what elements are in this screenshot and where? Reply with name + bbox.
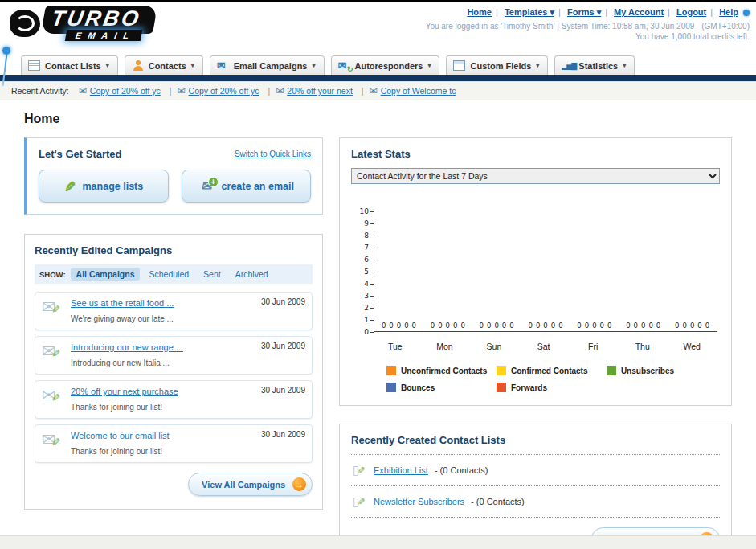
campaign-filter-tab[interactable]: All Campaigns <box>71 268 141 281</box>
recent-activity-item: Copy of 20% off yc <box>79 85 178 96</box>
contact-list: Exhibition List - (0 Contacts) Newslette… <box>351 454 720 518</box>
top-nav-link[interactable]: Help <box>719 7 738 17</box>
main-nav-tab-statistics[interactable]: Statistics <box>554 55 635 75</box>
legend-item: Forwards <box>497 383 607 392</box>
campaign-row: See us at the retail food ... We're givi… <box>35 292 313 330</box>
contact-list-link[interactable]: Exhibition List <box>374 465 428 475</box>
get-started-panel: Let's Get Started Switch to Quick Links … <box>24 137 323 215</box>
legend-swatch-icon <box>497 383 506 392</box>
chart-plot-area: 00000000000000000000000000000000000 <box>374 211 717 332</box>
campaign-filter-tab[interactable]: Sent <box>198 268 227 281</box>
recent-activity-item: Copy of Welcome tc <box>370 85 460 96</box>
create-email-button[interactable]: create an email <box>182 170 312 203</box>
chart-x-labels: TueMonSunSatFriThuWed <box>370 336 720 351</box>
campaign-subtitle: Thanks for joining our list! <box>71 447 162 456</box>
credits-info: You have 1,000 total credits left. <box>635 32 750 41</box>
campaign-title-link[interactable]: Welcome to our email list <box>71 431 255 440</box>
legend-item: Confirmed Contacts <box>497 366 607 375</box>
create-email-label: create an email <box>222 181 294 192</box>
campaign-date: 30 Jun 2009 <box>261 430 305 457</box>
contacts-icon <box>132 60 144 71</box>
nav-divider-bar <box>0 75 756 81</box>
envelope-plus-icon <box>198 180 215 192</box>
campaign-subtitle: We're giving away our late ... <box>71 314 174 323</box>
stats-panel: Latest Stats Contact Activity for the La… <box>339 137 732 406</box>
top-nav-link[interactable]: Logout <box>676 7 706 17</box>
stats-filter-select[interactable]: Contact Activity for the Last 7 Days <box>351 168 720 184</box>
view-all-campaigns-label: View All Campaigns <box>202 480 285 490</box>
campaign-list: See us at the retail food ... We're givi… <box>35 292 313 463</box>
tab-label: Email Campaigns <box>234 61 308 71</box>
campaign-filter-tab[interactable]: Scheduled <box>143 268 194 281</box>
campaign-row: Welcome to our email list Thanks for joi… <box>35 424 313 463</box>
legend-item: Unsubscribes <box>607 366 717 375</box>
top-nav: Home Templates ▾ Forms ▾ My Account Logo… <box>467 7 742 18</box>
page-title: Home <box>24 112 732 126</box>
chart-y-axis: 109876543210 <box>354 207 374 336</box>
get-started-title: Let's Get Started <box>39 148 122 160</box>
campaign-title-link[interactable]: See us at the retail food ... <box>71 298 255 308</box>
recent-activity-item: 20% off your next <box>276 85 369 96</box>
campaign-title-link[interactable]: Introducing our new range ... <box>71 342 255 352</box>
main-nav-tab-contact-lists[interactable]: Contact Lists <box>21 55 118 75</box>
autoresponders-icon <box>338 60 350 71</box>
recent-activity-label: Recent Activity: <box>11 86 69 96</box>
turbo-logo: TURBO EMAIL <box>10 6 155 51</box>
legend-label: Unsubscribes <box>621 367 674 375</box>
contact-list-item: Newsletter Subscribers - (0 Contacts) <box>351 486 720 518</box>
recent-activity-link[interactable]: Copy of 20% off yc <box>90 86 161 96</box>
header-edge-dot <box>743 10 750 16</box>
manage-lists-button[interactable]: manage lists <box>39 170 169 203</box>
list-pencil-icon <box>353 494 367 509</box>
chevron-down-icon <box>106 62 109 69</box>
email-icon <box>370 85 378 96</box>
legend-swatch-icon <box>386 383 396 392</box>
switch-quick-links-link[interactable]: Switch to Quick Links <box>235 150 311 158</box>
top-nav-link[interactable]: Templates ▾ <box>505 7 554 17</box>
campaign-envelope-pencil-icon <box>42 386 64 407</box>
tab-label: Custom Fields <box>470 61 531 71</box>
campaigns-panel: Recently Edited Campaigns SHOW: All Camp… <box>24 234 323 510</box>
legend-label: Forwards <box>511 383 547 392</box>
pencil-icon <box>63 178 75 195</box>
legend-swatch-icon <box>607 366 616 375</box>
top-nav-link[interactable]: Home <box>467 7 492 17</box>
manage-lists-label: manage lists <box>83 181 144 192</box>
view-all-campaigns-button[interactable]: View All Campaigns <box>188 473 313 496</box>
contact-lists-panel: Recently Created Contact Lists Exhibitio… <box>339 424 732 549</box>
campaign-envelope-pencil-icon <box>42 342 64 363</box>
main-nav: Contact Lists Contacts Email Campaigns A… <box>0 52 756 75</box>
recent-activity-bar: Recent Activity: Copy of 20% off yc Copy… <box>0 81 756 100</box>
recent-activity-link[interactable]: Copy of Welcome tc <box>381 86 456 96</box>
chevron-down-icon <box>536 62 539 69</box>
tab-label: Contact Lists <box>45 61 101 71</box>
tab-label: Autoresponders <box>355 61 423 71</box>
chevron-down-icon <box>191 62 194 69</box>
recent-activity-link[interactable]: 20% off your next <box>287 86 353 96</box>
campaign-filter-tab[interactable]: Archived <box>230 268 274 281</box>
top-nav-link[interactable]: Forms ▾ <box>567 7 601 17</box>
list-pencil-icon <box>353 463 367 477</box>
main-nav-tab-email-campaigns[interactable]: Email Campaigns <box>210 55 325 75</box>
email-campaigns-icon <box>217 60 229 71</box>
email-icon <box>79 85 87 96</box>
campaign-row: Introducing our new range ... Introducin… <box>35 336 313 375</box>
campaign-title-link[interactable]: 20% off your next purchase <box>71 387 255 396</box>
campaign-envelope-pencil-icon <box>42 297 64 318</box>
top-nav-link[interactable]: My Account <box>614 7 664 17</box>
contact-activity-chart: 109876543210 000000000000000000000000000… <box>351 211 720 392</box>
campaigns-title: Recently Edited Campaigns <box>35 244 313 256</box>
legend-swatch-icon <box>386 366 396 375</box>
contact-list-link[interactable]: Newsletter Subscribers <box>374 497 464 506</box>
main-nav-tab-custom-fields[interactable]: Custom Fields <box>446 55 548 75</box>
statistics-icon <box>562 60 574 71</box>
main-nav-tab-autoresponders[interactable]: Autoresponders <box>331 55 440 75</box>
main-nav-tab-contacts[interactable]: Contacts <box>125 55 203 75</box>
show-label: SHOW: <box>39 270 66 279</box>
legend-label: Confirmed Contacts <box>511 367 588 375</box>
recent-activity-link[interactable]: Copy of 20% off yc <box>189 86 259 96</box>
stats-title: Latest Stats <box>351 148 720 160</box>
campaign-envelope-pencil-icon <box>42 430 64 451</box>
legend-label: Bounces <box>401 383 435 392</box>
chevron-down-icon <box>427 62 431 69</box>
